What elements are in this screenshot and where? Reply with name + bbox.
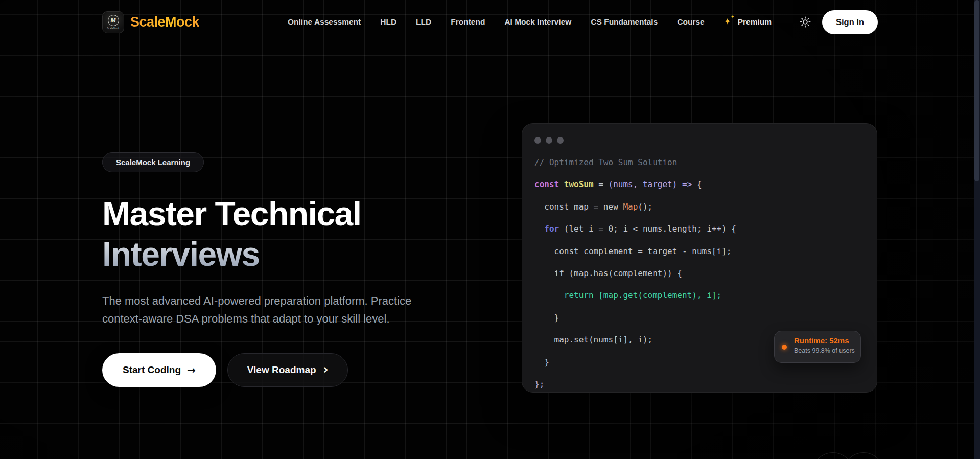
- code-line: if (map.has(complement)) {: [534, 262, 865, 284]
- nav-item-lld[interactable]: LLD: [416, 17, 431, 27]
- brand-name: ScaleMock: [130, 14, 199, 30]
- nav-links: Online AssessmentHLDLLDFrontendAI Mock I…: [288, 17, 772, 27]
- decorative-circle: [843, 452, 884, 459]
- code-token-plain: =: [594, 179, 609, 189]
- code-token-param: =>: [677, 179, 697, 189]
- code-line: };: [534, 373, 865, 395]
- nav-item-ai-mock-interview[interactable]: AI Mock Interview: [504, 17, 571, 27]
- nav-divider: [787, 15, 787, 29]
- code-line: return [map.get(complement), i];: [534, 284, 865, 306]
- nav-item-premium[interactable]: ✦ ✦ Premium: [724, 17, 772, 27]
- decorative-circle: [812, 452, 853, 459]
- nav-item-course[interactable]: Course: [677, 17, 704, 27]
- code-editor-card: // Optimized Two Sum Solutionconst twoSu…: [522, 123, 877, 393]
- hero-section: ScaleMock Learning Master Technical Inte…: [102, 152, 439, 387]
- arrow-right-icon: →: [187, 364, 196, 376]
- code-line: // Optimized Two Sum Solution: [534, 151, 865, 173]
- hero-badge: ScaleMock Learning: [102, 152, 204, 172]
- window-dot: [534, 137, 541, 144]
- nav-item-frontend[interactable]: Frontend: [451, 17, 485, 27]
- start-coding-label: Start Coding: [123, 364, 181, 376]
- code-line: for (let i = 0; i < nums.length; i++) {: [534, 218, 865, 240]
- runtime-status-dot: [782, 345, 787, 350]
- code-line: const map = new Map();: [534, 196, 865, 218]
- sign-in-button[interactable]: Sign In: [822, 10, 878, 34]
- code-token-kw2: for: [544, 224, 564, 234]
- code-token-plain: if (map.has(complement)) {: [554, 268, 682, 278]
- scrollbar-thumb[interactable]: [974, 0, 979, 181]
- hero-actions: Start Coding → View Roadmap ›: [102, 353, 439, 387]
- code-line: const twoSum = (nums, target) => {: [534, 173, 865, 195]
- chevron-right-icon: ›: [323, 365, 329, 374]
- view-roadmap-label: View Roadmap: [247, 364, 316, 376]
- code-line: }: [534, 307, 865, 329]
- code-token-plain: }: [554, 313, 559, 323]
- code-token-plain: map.set(nums[i], i);: [554, 335, 653, 345]
- code-token-class: Map: [623, 202, 638, 212]
- nav-item-online-assessment[interactable]: Online Assessment: [288, 17, 361, 27]
- hero-description: The most advanced AI-powered preparation…: [102, 292, 430, 328]
- scrollbar-track[interactable]: [974, 0, 980, 459]
- code-token-plain: const complement = target - nums[i];: [554, 246, 732, 256]
- code-token-plain: const map = new: [544, 202, 623, 212]
- logo-monogram: M: [108, 15, 119, 26]
- nav-item-cs-fundamentals[interactable]: CS Fundamentals: [591, 17, 658, 27]
- code-token-func: twoSum: [564, 179, 594, 189]
- code-token-close: };: [534, 379, 544, 389]
- brand-logo-icon: M ScaleMock: [102, 11, 124, 33]
- code-token-keyword: const: [534, 179, 564, 189]
- page-title-line1: Master Technical: [102, 194, 439, 234]
- sparkle-icon: ✦ ✦: [724, 17, 734, 27]
- runtime-tooltip: Runtime: 52ms Beats 99.8% of users: [774, 331, 861, 363]
- runtime-percentile: Beats 99.8% of users: [794, 347, 855, 354]
- code-token-plain: (let i = 0; i < nums.length; i++) {: [564, 224, 736, 234]
- brand-logo[interactable]: M ScaleMock ScaleMock: [102, 11, 199, 33]
- logo-micro-text: ScaleMock: [107, 27, 120, 30]
- page-title: Master Technical Interviews: [102, 194, 439, 274]
- runtime-value: Runtime: 52ms: [794, 336, 855, 345]
- code-line: const complement = target - nums[i];: [534, 240, 865, 262]
- code-token-plain: }: [544, 357, 549, 367]
- page-title-line2: Interviews: [102, 234, 439, 274]
- nav-item-hld[interactable]: HLD: [380, 17, 396, 27]
- code-token-plain: {: [697, 179, 702, 189]
- code-token-return: return [map.get(complement), i];: [564, 290, 721, 300]
- start-coding-button[interactable]: Start Coding →: [102, 353, 216, 387]
- view-roadmap-button[interactable]: View Roadmap ›: [227, 353, 348, 387]
- code-token-comment: // Optimized Two Sum Solution: [534, 157, 677, 167]
- window-controls: [534, 137, 865, 144]
- nav-premium-label: Premium: [738, 17, 772, 27]
- code-token-param: (nums, target): [609, 179, 678, 189]
- window-dot: [557, 137, 564, 144]
- code-token-plain: ();: [638, 202, 652, 212]
- window-dot: [546, 137, 552, 144]
- theme-toggle-sun-icon[interactable]: [799, 15, 812, 29]
- navbar: M ScaleMock ScaleMock Online AssessmentH…: [102, 0, 878, 44]
